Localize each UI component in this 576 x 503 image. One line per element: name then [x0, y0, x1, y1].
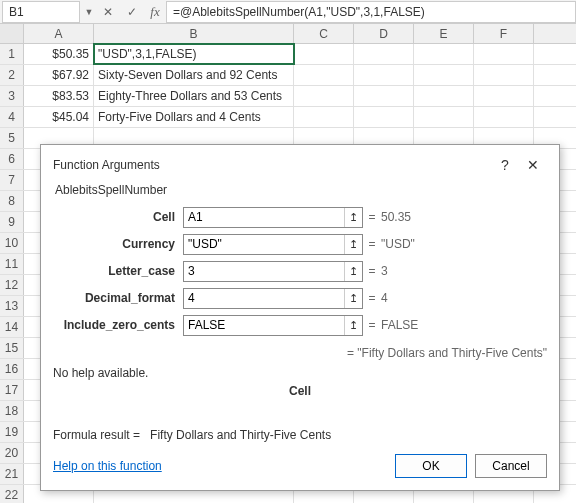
- cell[interactable]: $45.04: [24, 107, 94, 127]
- cell[interactable]: [294, 44, 354, 64]
- row-header[interactable]: 14: [0, 317, 24, 337]
- name-box-dropdown-icon[interactable]: ▼: [82, 7, 96, 17]
- row-header[interactable]: 12: [0, 275, 24, 295]
- col-header-f[interactable]: F: [474, 24, 534, 43]
- grid-row: 3$83.53Eighty-Three Dollars and 53 Cents: [0, 86, 576, 107]
- name-box-value: B1: [9, 5, 24, 19]
- arg-row: Letter_case↥=3: [53, 259, 547, 283]
- equals-icon: =: [363, 237, 381, 251]
- worksheet-grid: A B C D E F 1$50.35"USD",3,1,FALSE)2$67.…: [0, 24, 576, 503]
- row-header[interactable]: 10: [0, 233, 24, 253]
- arg-eval: 3: [381, 264, 388, 278]
- arg-input[interactable]: [184, 262, 344, 281]
- equals-icon: =: [363, 318, 381, 332]
- row-header[interactable]: 3: [0, 86, 24, 106]
- row-header[interactable]: 13: [0, 296, 24, 316]
- row-header[interactable]: 11: [0, 254, 24, 274]
- arg-input-wrap: ↥: [183, 315, 363, 336]
- arg-row: Include_zero_cents↥=FALSE: [53, 313, 547, 337]
- cell[interactable]: Eighty-Three Dollars and 53 Cents: [94, 86, 294, 106]
- formula-bar: B1 ▼ ✕ ✓ fx =@AblebitsSpellNumber(A1,"US…: [0, 0, 576, 24]
- arg-description: Cell: [53, 384, 547, 398]
- cancel-button[interactable]: Cancel: [475, 454, 547, 478]
- col-header-e[interactable]: E: [414, 24, 474, 43]
- col-header-b[interactable]: B: [94, 24, 294, 43]
- cell[interactable]: Sixty-Seven Dollars and 92 Cents: [94, 65, 294, 85]
- arg-input-wrap: ↥: [183, 261, 363, 282]
- cell[interactable]: [354, 65, 414, 85]
- cell[interactable]: [474, 107, 534, 127]
- row-header[interactable]: 2: [0, 65, 24, 85]
- col-header-d[interactable]: D: [354, 24, 414, 43]
- ok-button[interactable]: OK: [395, 454, 467, 478]
- col-header-c[interactable]: C: [294, 24, 354, 43]
- fx-icon[interactable]: fx: [144, 4, 166, 20]
- row-header[interactable]: 4: [0, 107, 24, 127]
- arg-label: Include_zero_cents: [53, 318, 183, 332]
- cell[interactable]: [294, 65, 354, 85]
- row-header[interactable]: 1: [0, 44, 24, 64]
- cell[interactable]: [474, 65, 534, 85]
- arg-input[interactable]: [184, 289, 344, 308]
- row-header[interactable]: 8: [0, 191, 24, 211]
- cell[interactable]: [414, 65, 474, 85]
- cell[interactable]: [414, 107, 474, 127]
- cell[interactable]: [474, 44, 534, 64]
- cell[interactable]: [354, 86, 414, 106]
- row-header[interactable]: 17: [0, 380, 24, 400]
- formula-result-label: Formula result =: [53, 428, 140, 442]
- cell[interactable]: [474, 86, 534, 106]
- cell[interactable]: [294, 86, 354, 106]
- result-preview: "Fifty Dollars and Thirty-Five Cents": [357, 346, 547, 360]
- arg-input[interactable]: [184, 316, 344, 335]
- arg-input-wrap: ↥: [183, 207, 363, 228]
- cell[interactable]: "USD",3,1,FALSE): [94, 44, 294, 64]
- arg-eval: "USD": [381, 237, 415, 251]
- cell[interactable]: $83.53: [24, 86, 94, 106]
- cell[interactable]: [294, 107, 354, 127]
- range-selector-icon[interactable]: ↥: [344, 208, 362, 227]
- row-header[interactable]: 7: [0, 170, 24, 190]
- row-header[interactable]: 5: [0, 128, 24, 148]
- range-selector-icon[interactable]: ↥: [344, 289, 362, 308]
- dialog-help-icon[interactable]: ?: [491, 157, 519, 173]
- cell[interactable]: [354, 44, 414, 64]
- row-header[interactable]: 16: [0, 359, 24, 379]
- formula-input[interactable]: =@AblebitsSpellNumber(A1,"USD",3,1,FALSE…: [166, 1, 576, 23]
- name-box[interactable]: B1: [2, 1, 80, 23]
- cancel-formula-icon[interactable]: ✕: [96, 1, 120, 23]
- formula-text: =@AblebitsSpellNumber(A1,"USD",3,1,FALSE…: [173, 5, 425, 19]
- formula-result-value: Fifty Dollars and Thirty-Five Cents: [150, 428, 331, 442]
- row-header[interactable]: 20: [0, 443, 24, 463]
- row-header[interactable]: 19: [0, 422, 24, 442]
- arg-input-wrap: ↥: [183, 288, 363, 309]
- dialog-title: Function Arguments: [53, 158, 491, 172]
- select-all-corner[interactable]: [0, 24, 24, 43]
- cell[interactable]: [414, 44, 474, 64]
- cell[interactable]: $67.92: [24, 65, 94, 85]
- row-header[interactable]: 15: [0, 338, 24, 358]
- range-selector-icon[interactable]: ↥: [344, 235, 362, 254]
- row-header[interactable]: 22: [0, 485, 24, 503]
- row-header[interactable]: 6: [0, 149, 24, 169]
- arg-input[interactable]: [184, 235, 344, 254]
- range-selector-icon[interactable]: ↥: [344, 316, 362, 335]
- formula-result: Formula result = Fifty Dollars and Thirt…: [53, 428, 547, 442]
- range-selector-icon[interactable]: ↥: [344, 262, 362, 281]
- grid-row: 4$45.04Forty-Five Dollars and 4 Cents: [0, 107, 576, 128]
- arg-input-wrap: ↥: [183, 234, 363, 255]
- row-header[interactable]: 9: [0, 212, 24, 232]
- cell[interactable]: [354, 107, 414, 127]
- arg-label: Letter_case: [53, 264, 183, 278]
- cell[interactable]: [414, 86, 474, 106]
- arg-label: Cell: [53, 210, 183, 224]
- enter-formula-icon[interactable]: ✓: [120, 1, 144, 23]
- cell[interactable]: $50.35: [24, 44, 94, 64]
- row-header[interactable]: 18: [0, 401, 24, 421]
- dialog-close-icon[interactable]: ✕: [519, 157, 547, 173]
- arg-input[interactable]: [184, 208, 344, 227]
- cell[interactable]: Forty-Five Dollars and 4 Cents: [94, 107, 294, 127]
- row-header[interactable]: 21: [0, 464, 24, 484]
- col-header-a[interactable]: A: [24, 24, 94, 43]
- help-link[interactable]: Help on this function: [53, 459, 387, 473]
